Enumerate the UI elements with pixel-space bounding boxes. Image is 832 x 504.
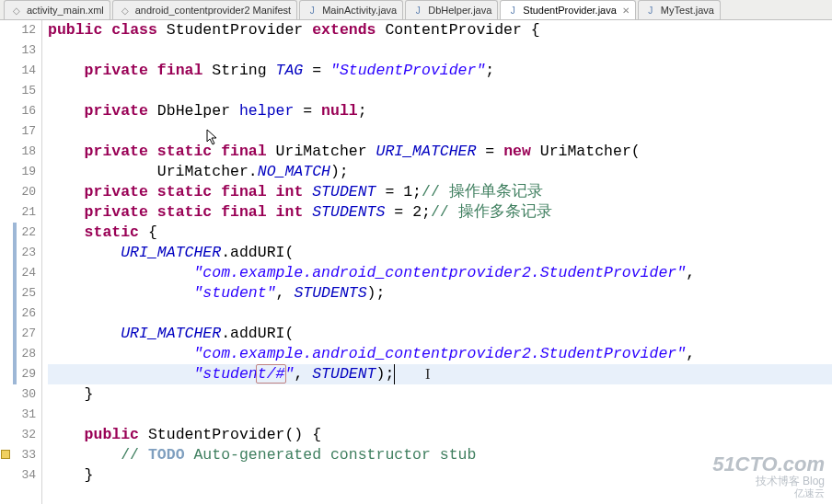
line-number: 28 <box>0 344 41 364</box>
code-line[interactable] <box>48 40 832 61</box>
code-line[interactable] <box>48 405 832 425</box>
code-line[interactable]: public class StudentProvider extends Con… <box>48 20 832 40</box>
line-number: 15 <box>0 81 41 101</box>
line-number: 29 <box>0 364 41 384</box>
change-marker <box>13 324 17 344</box>
tab-label: StudentProvider.java <box>523 5 617 16</box>
code-line[interactable]: } <box>48 384 832 405</box>
change-marker <box>13 243 17 263</box>
editor-tab[interactable]: JDbHelper.java <box>405 0 498 19</box>
code-line[interactable]: private static final int STUDENTS = 2;//… <box>48 202 832 223</box>
editor-tab[interactable]: ◇android_contentprovider2 Manifest <box>112 0 297 19</box>
editor-tab-bar: ◇activity_main.xml◇android_contentprovid… <box>0 0 832 20</box>
code-line[interactable] <box>48 121 832 142</box>
xml-file-icon: ◇ <box>119 4 132 17</box>
code-line[interactable]: private static final int STUDENT = 1;// … <box>48 182 832 202</box>
tab-label: android_contentprovider2 Manifest <box>135 5 291 16</box>
line-number: 12 <box>0 20 41 40</box>
line-number: 23 <box>0 243 41 263</box>
tab-label: DbHelper.java <box>428 5 491 16</box>
line-number: 21 <box>0 202 41 223</box>
line-number: 25 <box>0 283 41 304</box>
line-number: 27 <box>0 324 41 344</box>
warning-icon <box>1 450 10 459</box>
line-number: 24 <box>0 263 41 283</box>
java-file-icon: J <box>411 4 424 17</box>
code-line[interactable]: public StudentProvider() { <box>48 425 832 445</box>
line-number: 22 <box>0 223 41 243</box>
code-line[interactable]: "student", STUDENTS); <box>48 283 832 304</box>
line-number: 33 <box>0 445 41 465</box>
code-line[interactable] <box>48 304 832 324</box>
change-marker <box>13 364 17 384</box>
java-file-icon: J <box>506 4 519 17</box>
close-icon[interactable]: ✕ <box>622 6 630 16</box>
java-file-icon: J <box>644 4 657 17</box>
tab-label: MainActivity.java <box>322 5 397 16</box>
code-line[interactable]: URI_MATCHER.addURI( <box>48 324 832 344</box>
editor-tab[interactable]: ◇activity_main.xml <box>4 0 110 19</box>
line-number: 32 <box>0 425 41 445</box>
code-line[interactable]: UriMatcher.NO_MATCH); <box>48 162 832 182</box>
line-number: 26 <box>0 304 41 324</box>
editor-tab[interactable]: JMainActivity.java <box>299 0 403 19</box>
line-number: 19 <box>0 162 41 182</box>
xml-file-icon: ◇ <box>10 4 23 17</box>
code-line[interactable]: private final String TAG = "StudentProvi… <box>48 61 832 81</box>
change-marker <box>13 223 17 243</box>
line-number: 18 <box>0 142 41 162</box>
line-number: 20 <box>0 182 41 202</box>
tab-label: activity_main.xml <box>27 5 104 16</box>
code-line[interactable]: URI_MATCHER.addURI( <box>48 243 832 263</box>
code-editor[interactable]: 1213141516171819202122232425262728293031… <box>0 20 832 504</box>
tab-label: MyTest.java <box>661 5 714 16</box>
line-number: 16 <box>0 101 41 121</box>
line-number-gutter: 1213141516171819202122232425262728293031… <box>0 20 42 504</box>
line-number: 31 <box>0 405 41 425</box>
code-line[interactable]: private DbHelper helper = null; <box>48 101 832 121</box>
code-line[interactable]: // TODO Auto-generated constructor stub <box>48 445 832 465</box>
line-number: 13 <box>0 40 41 61</box>
code-line[interactable]: private static final UriMatcher URI_MATC… <box>48 142 832 162</box>
change-marker <box>13 344 17 364</box>
code-line[interactable]: } <box>48 465 832 486</box>
code-line[interactable] <box>48 81 832 101</box>
code-line[interactable]: "com.example.android_contentprovider2.St… <box>48 344 832 364</box>
line-number: 14 <box>0 61 41 81</box>
code-line[interactable]: "student/#", STUDENT);I <box>48 364 832 384</box>
code-line[interactable]: static { <box>48 223 832 243</box>
code-area[interactable]: public class StudentProvider extends Con… <box>42 20 832 504</box>
java-file-icon: J <box>306 4 318 17</box>
change-marker <box>13 263 17 283</box>
code-line[interactable]: "com.example.android_contentprovider2.St… <box>48 263 832 283</box>
change-marker <box>13 283 17 304</box>
change-marker <box>13 304 17 324</box>
line-number: 34 <box>0 465 41 486</box>
line-number: 30 <box>0 384 41 405</box>
editor-tab[interactable]: JMyTest.java <box>638 0 721 19</box>
line-number: 17 <box>0 121 41 142</box>
editor-tab[interactable]: JStudentProvider.java✕ <box>500 0 636 19</box>
